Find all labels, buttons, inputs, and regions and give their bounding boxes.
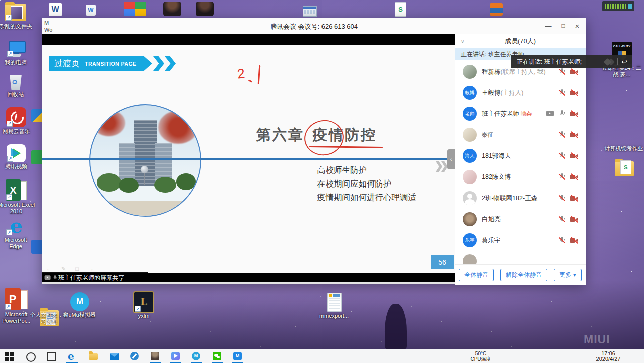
- slide-bullets: 高校师生防护 在校期间应如何防护 疫情期间如何进行心理调适: [317, 163, 416, 204]
- window-titlebar[interactable]: 腾讯会议 会议号: 626 613 604 — □ ×: [42, 18, 586, 34]
- keyboard: [7, 54, 21, 57]
- mmexport-label[interactable]: mmexport...: [315, 313, 353, 319]
- game-icon-2[interactable]: [196, 2, 214, 16]
- member-row[interactable]: 182陈文博: [455, 166, 586, 188]
- yxlm-label[interactable]: yxlm: [128, 313, 160, 319]
- member-row-partial[interactable]: [455, 251, 586, 264]
- speaking-tooltip-text: 正在讲话: 班主任苏老师;: [517, 58, 582, 66]
- member-row[interactable]: 海天 181郭海天: [455, 145, 586, 166]
- close-button[interactable]: ×: [570, 18, 585, 34]
- ppt-p: P: [5, 288, 21, 310]
- game-icon-1[interactable]: [163, 2, 181, 16]
- archive-app-icon[interactable]: [490, 3, 503, 16]
- cortana-button[interactable]: [26, 352, 36, 362]
- edge-label[interactable]: Microsoft Edge: [0, 237, 33, 250]
- start-button[interactable]: [5, 352, 14, 361]
- taskbar-mumu2-icon[interactable]: M: [233, 352, 242, 360]
- mumu-emulator-icon[interactable]: M: [70, 292, 89, 311]
- mute-all-button[interactable]: 全体静音: [459, 269, 494, 281]
- excel-label[interactable]: Microsoft Excel 2010: [0, 202, 36, 215]
- hardware-monitor-widget[interactable]: [602, 1, 634, 11]
- wallpaper-silhouette: [385, 304, 407, 350]
- messy-folder-icon[interactable]: [5, 4, 26, 21]
- recycle-bin-icon[interactable]: ♻: [8, 73, 24, 90]
- divider-line: [42, 158, 448, 160]
- taskbar-mumu-icon[interactable]: M: [192, 352, 200, 360]
- mic-muted-icon[interactable]: [559, 194, 565, 202]
- noisy-tag: 嘈杂: [521, 111, 532, 117]
- exam-folder-label[interactable]: 计算机统考作业: [604, 145, 644, 152]
- taskbar-explorer-icon[interactable]: [89, 353, 98, 360]
- taskbar-wechat-icon[interactable]: [213, 352, 221, 360]
- member-row[interactable]: 乐宇 蔡乐宇: [455, 230, 586, 251]
- mic-muted-icon[interactable]: [559, 68, 565, 76]
- mic-muted-icon[interactable]: [559, 152, 565, 160]
- tile-red: [124, 2, 135, 9]
- camera-off-icon[interactable]: [570, 132, 579, 138]
- maximize-button[interactable]: □: [556, 18, 571, 34]
- mmexport-file-icon[interactable]: [327, 293, 342, 312]
- window-thumb-icon[interactable]: [303, 6, 317, 17]
- mic-muted-icon[interactable]: [559, 215, 565, 223]
- camera-off-icon[interactable]: [570, 111, 579, 117]
- camera-off-icon[interactable]: [570, 195, 579, 202]
- tencent-video-icon[interactable]: [7, 144, 26, 162]
- camera-off-icon[interactable]: [570, 69, 579, 75]
- my-computer-label[interactable]: 我的电脑: [0, 59, 33, 66]
- camera-off-icon[interactable]: [570, 90, 579, 96]
- member-row[interactable]: 2班-物联网182-王森: [455, 188, 586, 209]
- wallpaper-stars: [0, 0, 1, 1]
- word-app-icon[interactable]: W: [86, 5, 96, 16]
- collapse-chevron-icon[interactable]: ∨: [461, 39, 464, 44]
- minimize-button[interactable]: —: [541, 18, 556, 34]
- yxlm-lol-icon[interactable]: L: [133, 291, 154, 313]
- mic-muted-icon[interactable]: [559, 131, 565, 139]
- camera-off-icon[interactable]: [570, 153, 579, 159]
- red-annotation-2: 2: [236, 66, 245, 82]
- excel-icon[interactable]: X: [6, 179, 27, 201]
- spreadsheet-file-icon[interactable]: S: [395, 2, 406, 17]
- clock[interactable]: 17:06 2020/4/27: [593, 351, 624, 362]
- camera-off-icon[interactable]: [570, 237, 579, 244]
- my-computer-icon[interactable]: [7, 41, 26, 57]
- tiles-app-icon[interactable]: [124, 2, 146, 16]
- member-row[interactable]: 秦征: [455, 124, 586, 145]
- taskbar-mail-icon[interactable]: [110, 353, 119, 360]
- messy-folder-label[interactable]: 杂乱的文件夹: [0, 23, 35, 30]
- recycle-glyph: ♻: [12, 78, 18, 86]
- mic-muted-icon[interactable]: [559, 89, 565, 97]
- avatar: [463, 191, 477, 205]
- camera-off-icon[interactable]: [570, 216, 579, 223]
- task-view-button[interactable]: [47, 352, 56, 361]
- tencent-video-label[interactable]: 腾讯视频: [0, 163, 34, 170]
- netease-music-icon[interactable]: [6, 107, 26, 127]
- member-name: 181郭海天: [482, 152, 511, 159]
- camera-off-icon[interactable]: [570, 174, 579, 180]
- cpu-temp[interactable]: 50°C CPU温度: [468, 351, 494, 362]
- taskbar-settings-icon[interactable]: [130, 352, 139, 360]
- taskbar-bili-icon[interactable]: [171, 352, 180, 360]
- member-row[interactable]: 毅博 王毅博(主持人): [455, 82, 586, 103]
- panel-collapse-handle[interactable]: ‹: [447, 149, 455, 169]
- screen-sharing-icon[interactable]: [546, 110, 554, 117]
- exam-folder-icon[interactable]: S: [615, 161, 634, 176]
- taskbar-game-icon[interactable]: [151, 352, 159, 360]
- member-row[interactable]: 白旭亮: [455, 209, 586, 230]
- powerpoint-icon[interactable]: P: [5, 288, 28, 310]
- mic-on-icon[interactable]: [559, 110, 565, 118]
- undo-arrow-icon[interactable]: ↩: [621, 58, 627, 66]
- member-row[interactable]: 老师 班主任苏老师嘈杂: [455, 103, 586, 124]
- edge-icon[interactable]: e: [6, 216, 27, 236]
- unmute-all-button[interactable]: 解除全体静音: [500, 269, 547, 281]
- banner-chevron-2: [165, 56, 176, 71]
- taskbar-edge-icon[interactable]: e: [68, 352, 77, 361]
- mic-muted-icon[interactable]: [559, 236, 565, 244]
- mic-muted-icon[interactable]: [559, 173, 565, 181]
- member-name: 白旭亮: [482, 216, 501, 223]
- recycle-bin-label[interactable]: 回收站: [0, 91, 33, 98]
- mumu-emulator-label[interactable]: MuMu模拟器: [61, 312, 98, 318]
- netease-music-label[interactable]: 网易云音乐: [0, 128, 35, 135]
- word-doc-icon[interactable]: W: [49, 3, 62, 16]
- sharing-mic-icon: [53, 275, 57, 280]
- more-button[interactable]: 更多 ▾: [554, 269, 581, 281]
